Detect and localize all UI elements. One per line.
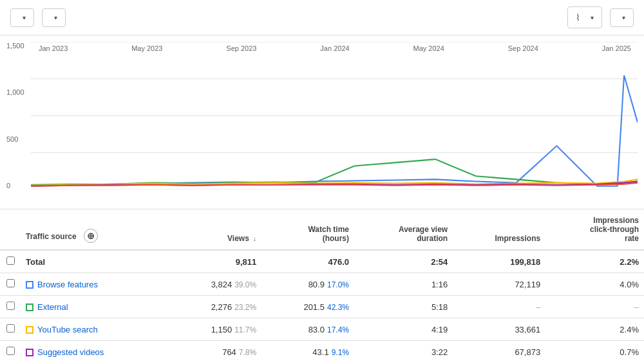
source-link[interactable]: YouTube search bbox=[37, 325, 98, 334]
line-chart-icon: ⌇ bbox=[576, 12, 580, 23]
row-avg-view-duration: 3:22 bbox=[354, 341, 453, 358]
table-row: Suggested videos7647.8%43.19.1%3:2267,87… bbox=[0, 341, 644, 358]
row-watch-time: 80.917.0% bbox=[261, 273, 354, 296]
y-label-500: 500 bbox=[6, 135, 24, 143]
row-impressions: – bbox=[453, 296, 545, 318]
total-views: 9,811 bbox=[169, 250, 261, 273]
th-avg-view-duration: Average viewduration bbox=[354, 209, 453, 250]
row-watch-time: 201.542.3% bbox=[261, 296, 354, 318]
toolbar-right: ⌇ ▾ ▾ bbox=[567, 6, 634, 28]
row-checkbox[interactable] bbox=[6, 279, 15, 287]
row-avg-view-duration: 5:18 bbox=[354, 296, 453, 318]
th-checkbox bbox=[0, 209, 21, 250]
total-avg-view-duration: 2:54 bbox=[354, 250, 453, 273]
row-views: 3,82439.0% bbox=[169, 273, 261, 296]
row-checkbox-cell[interactable] bbox=[0, 318, 21, 341]
total-source: Total bbox=[21, 250, 169, 273]
views-by-dropdown[interactable]: ▾ bbox=[10, 8, 34, 27]
row-avg-view-duration: 1:16 bbox=[354, 273, 453, 296]
total-watch-time: 476.0 bbox=[261, 250, 354, 273]
row-ctr: 0.7% bbox=[545, 341, 644, 358]
table-row: YouTube search1,15011.7%83.017.4%4:1933,… bbox=[0, 318, 644, 341]
y-axis-labels: 1,500 1,000 500 0 bbox=[6, 42, 24, 189]
row-checkbox-cell[interactable] bbox=[0, 273, 21, 296]
th-impressions: Impressions bbox=[453, 209, 545, 250]
chevron-down-icon: ▾ bbox=[23, 14, 26, 21]
y-label-1000: 1,000 bbox=[6, 88, 24, 96]
row-watch-time: 43.19.1% bbox=[261, 341, 354, 358]
source-link[interactable]: Browse features bbox=[37, 280, 98, 289]
total-ctr: 2.2% bbox=[545, 250, 644, 273]
row-impressions: 33,661 bbox=[453, 318, 545, 341]
th-views[interactable]: Views ↓ bbox=[169, 209, 261, 250]
row-checkbox[interactable] bbox=[6, 347, 15, 355]
th-watch-time: Watch time(hours) bbox=[261, 209, 354, 250]
row-checkbox-cell[interactable] bbox=[0, 341, 21, 358]
row-views: 2,27623.2% bbox=[169, 296, 261, 318]
sort-icon: ↓ bbox=[253, 235, 256, 242]
row-source: Suggested videos bbox=[21, 341, 169, 358]
source-color-indicator bbox=[26, 326, 33, 334]
secondary-metric-dropdown[interactable]: ▾ bbox=[42, 8, 66, 27]
th-traffic-source: Traffic source ⊕ bbox=[21, 209, 169, 250]
total-checkbox-cell[interactable] bbox=[0, 250, 21, 273]
source-color-indicator bbox=[26, 349, 33, 356]
total-checkbox[interactable] bbox=[6, 256, 15, 265]
y-label-0: 0 bbox=[6, 182, 24, 189]
row-avg-view-duration: 4:19 bbox=[354, 318, 453, 341]
chart-container: 1,500 1,000 500 0 Jan 2023 May 2023 S bbox=[0, 35, 644, 209]
total-impressions: 199,818 bbox=[453, 250, 545, 273]
row-checkbox[interactable] bbox=[6, 324, 15, 333]
source-link[interactable]: Suggested videos bbox=[37, 347, 104, 357]
row-ctr: – bbox=[545, 296, 644, 318]
table-row: External2,27623.2%201.542.3%5:18–– bbox=[0, 296, 644, 318]
row-checkbox-cell[interactable] bbox=[0, 296, 21, 318]
chevron-down-icon: ▾ bbox=[591, 14, 594, 21]
y-label-1500: 1,500 bbox=[6, 42, 24, 50]
row-watch-time: 83.017.4% bbox=[261, 318, 354, 341]
data-table: Traffic source ⊕ Views ↓ Watch time(hour… bbox=[0, 209, 644, 357]
source-link[interactable]: External bbox=[37, 302, 68, 312]
row-source: External bbox=[21, 296, 169, 318]
line-chart-dropdown[interactable]: ⌇ ▾ bbox=[567, 6, 602, 28]
table-row: Browse features3,82439.0%80.917.0%1:1672… bbox=[0, 273, 644, 296]
row-source: Browse features bbox=[21, 273, 169, 296]
row-ctr: 4.0% bbox=[545, 273, 644, 296]
row-source: YouTube search bbox=[21, 318, 169, 341]
source-color-indicator bbox=[26, 304, 33, 311]
monthly-dropdown[interactable]: ▾ bbox=[610, 8, 634, 27]
row-impressions: 72,119 bbox=[453, 273, 545, 296]
chart-inner bbox=[31, 42, 638, 189]
toolbar: ▾ ▾ ⌇ ▾ ▾ bbox=[0, 0, 644, 35]
row-checkbox[interactable] bbox=[6, 302, 15, 310]
row-impressions: 67,873 bbox=[453, 341, 545, 358]
total-row: Total 9,811 476.0 2:54 199,818 2.2% bbox=[0, 250, 644, 273]
row-views: 1,15011.7% bbox=[169, 318, 261, 341]
chart-svg bbox=[31, 42, 638, 189]
chevron-down-icon: ▾ bbox=[622, 14, 625, 21]
row-ctr: 2.4% bbox=[545, 318, 644, 341]
add-column-button[interactable]: ⊕ bbox=[84, 229, 98, 243]
chevron-down-icon: ▾ bbox=[54, 14, 57, 21]
row-views: 7647.8% bbox=[169, 341, 261, 358]
th-ctr: Impressionsclick-throughrate bbox=[545, 209, 644, 250]
source-color-indicator bbox=[26, 281, 33, 289]
